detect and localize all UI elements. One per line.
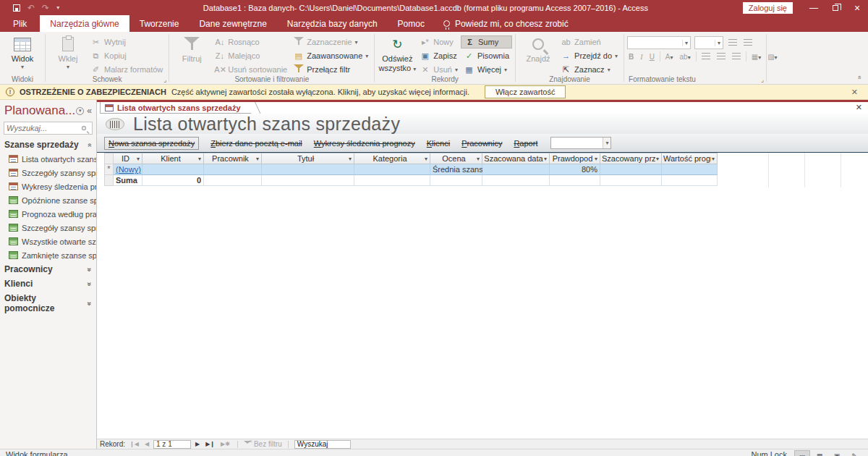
- report-combo[interactable]: ▾: [550, 137, 611, 149]
- spelling-button[interactable]: ✓Pisownia: [461, 49, 512, 62]
- column-dropdown-icon[interactable]: ▾: [424, 156, 428, 162]
- previous-record-icon[interactable]: ◀: [143, 441, 150, 447]
- underline-button[interactable]: U: [648, 53, 656, 61]
- collapse-ribbon-icon[interactable]: »: [857, 74, 861, 81]
- cell[interactable]: [204, 175, 262, 186]
- cell[interactable]: 0: [142, 175, 204, 186]
- tab-database-tools[interactable]: Narzędzia bazy danych: [277, 15, 388, 32]
- nav-item[interactable]: Zamknięte szanse sprze...: [0, 248, 96, 262]
- column-header[interactable]: Kategoria▾: [354, 153, 430, 164]
- nav-search-box[interactable]: [4, 122, 93, 135]
- column-dropdown-icon[interactable]: ▾: [348, 156, 352, 162]
- view-button[interactable]: Widok▾: [3, 34, 42, 70]
- nav-group-collapsed[interactable]: Pracownicy»: [0, 262, 96, 276]
- goto-button[interactable]: →Przejdź do▾: [558, 49, 621, 62]
- column-header[interactable]: Szacowana data▾: [482, 153, 550, 164]
- cell[interactable]: [482, 175, 550, 186]
- nav-item[interactable]: Szczegóły szansy sprze...: [0, 166, 96, 180]
- new-record-button[interactable]: ▸*Nowy: [417, 35, 461, 48]
- select-button[interactable]: ⇱Zaznacz▾: [558, 63, 621, 76]
- cut-button[interactable]: ✂Wytnij: [88, 35, 166, 48]
- layout-view-button[interactable]: ▣: [829, 450, 845, 456]
- align-left-icon[interactable]: [700, 53, 712, 61]
- column-dropdown-icon[interactable]: ▾: [711, 156, 715, 162]
- tab-external-data[interactable]: Dane zewnętrzne: [189, 15, 276, 32]
- remove-sort-button[interactable]: A✕Usuń sortowanie: [211, 63, 290, 76]
- filter-button[interactable]: Filtruj: [172, 34, 211, 64]
- form-view-button[interactable]: ▭: [794, 450, 810, 456]
- column-header[interactable]: Wartość progn▾: [662, 153, 718, 164]
- replace-button[interactable]: abZamień: [558, 35, 621, 48]
- cell[interactable]: [262, 164, 354, 175]
- nav-item[interactable]: Lista otwartych szans sp...: [0, 152, 96, 166]
- column-dropdown-icon[interactable]: ▾: [136, 156, 140, 162]
- first-record-icon[interactable]: ❙◀: [128, 441, 140, 447]
- close-document-icon[interactable]: ✕: [856, 103, 862, 112]
- italic-button[interactable]: I: [639, 53, 644, 61]
- tab-help[interactable]: Pomoc: [388, 15, 435, 32]
- nav-menu-icon[interactable]: ▾: [76, 107, 84, 115]
- refresh-all-button[interactable]: ↻ Odśwież wszystko ▾: [378, 34, 417, 72]
- toggle-filter-button[interactable]: Przełącz filtr: [290, 63, 371, 76]
- column-header[interactable]: Ocena▾: [430, 153, 482, 164]
- column-header[interactable]: ID▾: [114, 153, 142, 164]
- formatting-dialog-launcher-icon[interactable]: ⌟: [761, 76, 764, 83]
- cell[interactable]: [354, 175, 430, 186]
- cell[interactable]: 80%: [550, 164, 600, 175]
- save-icon[interactable]: [13, 4, 20, 12]
- column-dropdown-icon[interactable]: ▾: [543, 156, 548, 162]
- copy-button[interactable]: ⧉Kopiuj: [88, 49, 166, 62]
- cell[interactable]: [600, 164, 662, 175]
- bullet-list-icon[interactable]: [727, 39, 739, 47]
- align-center-icon[interactable]: [715, 53, 727, 61]
- minimize-button[interactable]: —: [803, 0, 825, 15]
- dismiss-warning-icon[interactable]: ✕: [847, 88, 862, 97]
- format-painter-button[interactable]: ✐Malarz formatów: [88, 63, 166, 76]
- clipboard-dialog-launcher-icon[interactable]: ⌟: [163, 76, 166, 83]
- new-record-icon[interactable]: ▶✱: [219, 441, 231, 447]
- sort-descending-button[interactable]: Z↓Malejąco: [211, 49, 290, 62]
- gridlines-icon[interactable]: ▦▾: [750, 53, 762, 61]
- row-selector-header[interactable]: [104, 153, 114, 164]
- no-filter-label[interactable]: Bez filtru: [254, 440, 282, 448]
- find-button[interactable]: Znajdź: [519, 34, 558, 64]
- nav-group-collapsed[interactable]: Obiekty pomocnicze»: [0, 291, 96, 316]
- redo-icon[interactable]: ↷: [42, 4, 49, 12]
- close-button[interactable]: ×: [846, 0, 868, 15]
- command-link[interactable]: Wykresy śledzenia prognozy: [314, 139, 415, 148]
- datasheet-view-button[interactable]: ▦: [812, 450, 827, 456]
- last-record-icon[interactable]: ▶❙: [204, 441, 216, 447]
- row-selector[interactable]: [104, 175, 114, 186]
- cell[interactable]: Średnia szansa: [430, 164, 482, 175]
- undo-icon[interactable]: ↶: [27, 4, 35, 12]
- nav-item[interactable]: Wszystkie otwarte szans...: [0, 235, 96, 248]
- command-link[interactable]: Raport: [514, 139, 537, 148]
- command-link[interactable]: Klienci: [427, 139, 450, 148]
- design-view-button[interactable]: ✎: [846, 450, 862, 456]
- next-record-icon[interactable]: ▶: [194, 441, 201, 447]
- nav-item[interactable]: Szczegóły szansy sprze...: [0, 221, 96, 235]
- column-header[interactable]: Klient▾: [142, 153, 204, 164]
- record-position-box[interactable]: 1 z 1: [153, 440, 191, 449]
- restore-button[interactable]: [825, 0, 846, 15]
- tab-create[interactable]: Tworzenie: [129, 15, 190, 32]
- cell[interactable]: [662, 175, 718, 186]
- new-record-row[interactable]: *(Nowy)Średnia szansa80%: [104, 164, 718, 175]
- bold-button[interactable]: B: [627, 53, 635, 61]
- nav-item[interactable]: Wykresy śledzenia prog...: [0, 180, 96, 193]
- tab-file[interactable]: Plik: [0, 15, 40, 32]
- cell[interactable]: [600, 175, 662, 186]
- cell[interactable]: (Nowy): [114, 164, 142, 175]
- enable-content-button[interactable]: Włącz zawartość: [485, 85, 566, 98]
- document-tab[interactable]: Lista otwartych szans sprzedaży: [100, 102, 255, 114]
- customize-qat-icon[interactable]: ▾: [56, 4, 59, 11]
- sort-ascending-button[interactable]: A↓Rosnąco: [211, 35, 290, 48]
- cell[interactable]: [662, 164, 718, 175]
- column-dropdown-icon[interactable]: ▾: [655, 156, 660, 162]
- column-header[interactable]: Szacowany przy▾: [600, 153, 662, 164]
- align-right-icon[interactable]: [731, 53, 742, 61]
- fill-color-icon[interactable]: ▨▾: [766, 53, 778, 61]
- delete-record-button[interactable]: ✕Usuń▾: [417, 63, 461, 76]
- shutter-bar-icon[interactable]: «: [87, 106, 92, 116]
- highlight-button[interactable]: ab▾: [678, 53, 692, 61]
